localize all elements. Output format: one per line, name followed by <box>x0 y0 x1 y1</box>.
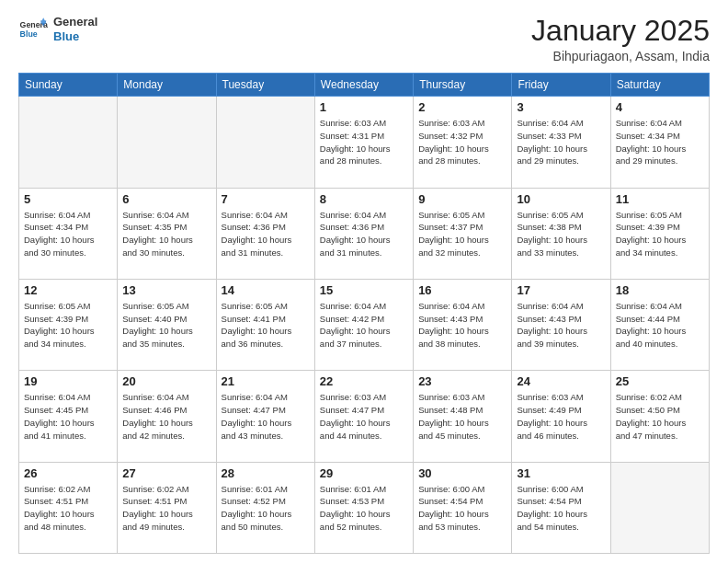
day-number: 9 <box>418 192 506 206</box>
calendar-cell <box>118 97 216 188</box>
calendar-cell: 29Sunrise: 6:01 AM Sunset: 4:53 PM Dayli… <box>314 462 413 553</box>
weekday-header-tuesday: Tuesday <box>216 74 314 97</box>
day-number: 27 <box>122 466 210 480</box>
day-number: 20 <box>122 374 210 388</box>
calendar-cell: 25Sunrise: 6:02 AM Sunset: 4:50 PM Dayli… <box>610 371 709 462</box>
day-number: 15 <box>320 283 408 297</box>
day-info: Sunrise: 6:00 AM Sunset: 4:54 PM Dayligh… <box>517 483 605 534</box>
weekday-header-saturday: Saturday <box>610 74 709 97</box>
day-number: 25 <box>616 374 704 388</box>
calendar-cell: 15Sunrise: 6:04 AM Sunset: 4:42 PM Dayli… <box>314 279 413 370</box>
day-info: Sunrise: 6:04 AM Sunset: 4:43 PM Dayligh… <box>517 300 605 350</box>
day-info: Sunrise: 6:05 AM Sunset: 4:37 PM Dayligh… <box>418 209 506 259</box>
calendar-cell: 1Sunrise: 6:03 AM Sunset: 4:31 PM Daylig… <box>314 97 413 188</box>
day-info: Sunrise: 6:04 AM Sunset: 4:47 PM Dayligh… <box>222 391 310 442</box>
weekday-header-row: SundayMondayTuesdayWednesdayThursdayFrid… <box>19 74 710 97</box>
calendar-cell: 26Sunrise: 6:02 AM Sunset: 4:51 PM Dayli… <box>19 462 118 553</box>
svg-text:Blue: Blue <box>20 29 38 39</box>
calendar-cell: 7Sunrise: 6:04 AM Sunset: 4:36 PM Daylig… <box>216 188 314 279</box>
week-row-1: 1Sunrise: 6:03 AM Sunset: 4:31 PM Daylig… <box>19 97 710 188</box>
day-info: Sunrise: 6:02 AM Sunset: 4:51 PM Dayligh… <box>122 483 210 534</box>
calendar-cell: 6Sunrise: 6:04 AM Sunset: 4:35 PM Daylig… <box>118 188 216 279</box>
day-info: Sunrise: 6:03 AM Sunset: 4:48 PM Dayligh… <box>418 391 506 442</box>
calendar-cell: 31Sunrise: 6:00 AM Sunset: 4:54 PM Dayli… <box>512 462 610 553</box>
day-number: 2 <box>418 100 506 114</box>
day-info: Sunrise: 6:01 AM Sunset: 4:53 PM Dayligh… <box>320 483 408 534</box>
day-info: Sunrise: 6:04 AM Sunset: 4:42 PM Dayligh… <box>320 300 408 350</box>
day-number: 17 <box>517 283 605 297</box>
day-number: 31 <box>517 466 605 480</box>
day-info: Sunrise: 6:04 AM Sunset: 4:34 PM Dayligh… <box>24 209 112 259</box>
day-info: Sunrise: 6:01 AM Sunset: 4:52 PM Dayligh… <box>222 483 310 534</box>
day-number: 28 <box>222 466 310 480</box>
calendar-cell <box>216 97 314 188</box>
day-info: Sunrise: 6:05 AM Sunset: 4:40 PM Dayligh… <box>122 300 210 350</box>
calendar-cell: 4Sunrise: 6:04 AM Sunset: 4:34 PM Daylig… <box>610 97 709 188</box>
weekday-header-monday: Monday <box>118 74 216 97</box>
day-info: Sunrise: 6:02 AM Sunset: 4:50 PM Dayligh… <box>616 391 704 442</box>
week-row-4: 19Sunrise: 6:04 AM Sunset: 4:45 PM Dayli… <box>19 371 710 462</box>
calendar-cell <box>19 97 118 188</box>
day-number: 10 <box>517 192 605 206</box>
calendar-cell: 3Sunrise: 6:04 AM Sunset: 4:33 PM Daylig… <box>512 97 610 188</box>
month-title: January 2025 <box>531 15 710 47</box>
calendar-cell: 16Sunrise: 6:04 AM Sunset: 4:43 PM Dayli… <box>414 279 512 370</box>
day-info: Sunrise: 6:02 AM Sunset: 4:51 PM Dayligh… <box>24 483 112 534</box>
week-row-2: 5Sunrise: 6:04 AM Sunset: 4:34 PM Daylig… <box>19 188 710 279</box>
day-info: Sunrise: 6:05 AM Sunset: 4:39 PM Dayligh… <box>616 209 704 259</box>
day-info: Sunrise: 6:00 AM Sunset: 4:54 PM Dayligh… <box>418 483 506 534</box>
day-info: Sunrise: 6:04 AM Sunset: 4:36 PM Dayligh… <box>222 209 310 259</box>
weekday-header-wednesday: Wednesday <box>314 74 413 97</box>
header: General Blue General Blue January 2025 B… <box>18 15 710 63</box>
day-info: Sunrise: 6:04 AM Sunset: 4:34 PM Dayligh… <box>616 117 704 167</box>
day-info: Sunrise: 6:04 AM Sunset: 4:46 PM Dayligh… <box>122 391 210 442</box>
day-number: 6 <box>122 192 210 206</box>
day-number: 4 <box>616 100 704 114</box>
day-number: 5 <box>24 192 112 206</box>
location: Bihpuriagaon, Assam, India <box>531 49 710 63</box>
calendar-cell: 23Sunrise: 6:03 AM Sunset: 4:48 PM Dayli… <box>414 371 512 462</box>
calendar-cell: 20Sunrise: 6:04 AM Sunset: 4:46 PM Dayli… <box>118 371 216 462</box>
weekday-header-sunday: Sunday <box>19 74 118 97</box>
calendar-cell <box>610 462 709 553</box>
day-info: Sunrise: 6:05 AM Sunset: 4:41 PM Dayligh… <box>222 300 310 350</box>
day-info: Sunrise: 6:04 AM Sunset: 4:33 PM Dayligh… <box>517 117 605 167</box>
day-number: 24 <box>517 374 605 388</box>
day-info: Sunrise: 6:03 AM Sunset: 4:49 PM Dayligh… <box>517 391 605 442</box>
calendar-cell: 27Sunrise: 6:02 AM Sunset: 4:51 PM Dayli… <box>118 462 216 553</box>
calendar-cell: 14Sunrise: 6:05 AM Sunset: 4:41 PM Dayli… <box>216 279 314 370</box>
calendar-cell: 9Sunrise: 6:05 AM Sunset: 4:37 PM Daylig… <box>414 188 512 279</box>
calendar-cell: 11Sunrise: 6:05 AM Sunset: 4:39 PM Dayli… <box>610 188 709 279</box>
calendar-cell: 12Sunrise: 6:05 AM Sunset: 4:39 PM Dayli… <box>19 279 118 370</box>
day-info: Sunrise: 6:05 AM Sunset: 4:38 PM Dayligh… <box>517 209 605 259</box>
calendar-cell: 22Sunrise: 6:03 AM Sunset: 4:47 PM Dayli… <box>314 371 413 462</box>
day-number: 29 <box>320 466 408 480</box>
calendar-cell: 10Sunrise: 6:05 AM Sunset: 4:38 PM Dayli… <box>512 188 610 279</box>
day-number: 18 <box>616 283 704 297</box>
calendar-cell: 30Sunrise: 6:00 AM Sunset: 4:54 PM Dayli… <box>414 462 512 553</box>
calendar-cell: 8Sunrise: 6:04 AM Sunset: 4:36 PM Daylig… <box>314 188 413 279</box>
day-number: 7 <box>222 192 310 206</box>
calendar-cell: 17Sunrise: 6:04 AM Sunset: 4:43 PM Dayli… <box>512 279 610 370</box>
day-info: Sunrise: 6:04 AM Sunset: 4:35 PM Dayligh… <box>122 209 210 259</box>
day-info: Sunrise: 6:03 AM Sunset: 4:47 PM Dayligh… <box>320 391 408 442</box>
calendar-cell: 21Sunrise: 6:04 AM Sunset: 4:47 PM Dayli… <box>216 371 314 462</box>
weekday-header-thursday: Thursday <box>414 74 512 97</box>
day-number: 30 <box>418 466 506 480</box>
day-number: 3 <box>517 100 605 114</box>
logo-icon: General Blue <box>18 15 48 44</box>
day-number: 26 <box>24 466 112 480</box>
day-number: 22 <box>320 374 408 388</box>
day-info: Sunrise: 6:04 AM Sunset: 4:36 PM Dayligh… <box>320 209 408 259</box>
weekday-header-friday: Friday <box>512 74 610 97</box>
calendar-cell: 13Sunrise: 6:05 AM Sunset: 4:40 PM Dayli… <box>118 279 216 370</box>
calendar-cell: 19Sunrise: 6:04 AM Sunset: 4:45 PM Dayli… <box>19 371 118 462</box>
day-info: Sunrise: 6:03 AM Sunset: 4:32 PM Dayligh… <box>418 117 506 167</box>
week-row-3: 12Sunrise: 6:05 AM Sunset: 4:39 PM Dayli… <box>19 279 710 370</box>
week-row-5: 26Sunrise: 6:02 AM Sunset: 4:51 PM Dayli… <box>19 462 710 553</box>
day-info: Sunrise: 6:04 AM Sunset: 4:45 PM Dayligh… <box>24 391 112 442</box>
day-number: 1 <box>320 100 408 114</box>
page: General Blue General Blue January 2025 B… <box>0 0 728 563</box>
day-info: Sunrise: 6:04 AM Sunset: 4:43 PM Dayligh… <box>418 300 506 350</box>
day-info: Sunrise: 6:05 AM Sunset: 4:39 PM Dayligh… <box>24 300 112 350</box>
